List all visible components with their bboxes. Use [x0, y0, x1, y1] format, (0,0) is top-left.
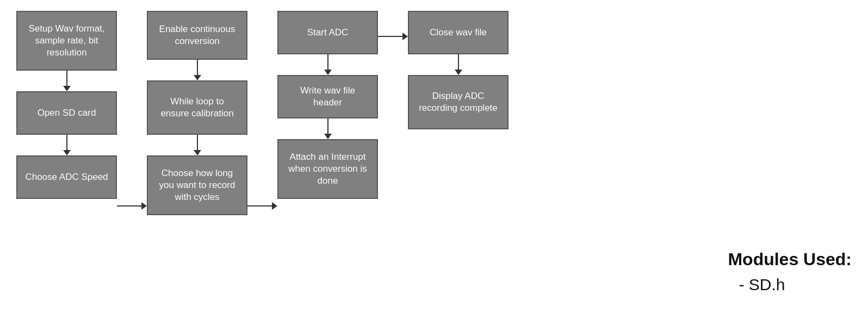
flowchart: Setup Wav format, sample rate, bit resol…: [0, 0, 868, 313]
box-setup-wav: Setup Wav format, sample rate, bit resol…: [16, 11, 117, 71]
arrow-down-2-2: [194, 135, 201, 155]
column-4: Close wav file Display ADC recording com…: [408, 11, 509, 129]
arrow-down-1-1: [63, 71, 71, 91]
column-2: Enable continuous conversion While loop …: [147, 11, 247, 215]
box-attach-interrupt: Attach an Interrupt when conversion is d…: [277, 139, 378, 199]
box-write-wav-header: Write wav file header: [277, 75, 378, 118]
arrow-right-2-3: [247, 202, 277, 210]
box-enable-continuous: Enable continuous conversion: [147, 11, 247, 60]
box-choose-adc-speed: Choose ADC Speed: [16, 155, 117, 199]
connector-2-3: [247, 11, 277, 231]
box-display-complete: Display ADC recording complete: [408, 75, 509, 129]
arrow-down-3-2: [324, 118, 332, 139]
box-open-sd: Open SD card: [16, 91, 117, 135]
modules-title: Modules Used:: [728, 246, 852, 272]
modules-section: Modules Used: - SD.h: [728, 246, 852, 297]
arrow-down-4-1: [455, 54, 462, 75]
arrow-right-3-4: [378, 33, 408, 40]
box-choose-record-length: Choose how long you want to record with …: [147, 155, 247, 215]
column-3: Start ADC Write wav file header Attach a…: [277, 11, 378, 199]
column-1: Setup Wav format, sample rate, bit resol…: [16, 11, 117, 199]
connector-1-2: [117, 11, 147, 231]
arrow-right-1-2: [117, 202, 147, 210]
box-close-wav: Close wav file: [408, 11, 509, 54]
arrow-down-1-2: [63, 135, 71, 155]
box-while-loop: While loop to ensure calibration: [147, 80, 247, 135]
arrow-down-3-1: [324, 54, 332, 75]
connector-3-4: [378, 11, 408, 231]
arrow-down-2-1: [194, 60, 201, 80]
box-start-adc: Start ADC: [277, 11, 378, 54]
modules-item-sdh: - SD.h: [728, 272, 852, 297]
